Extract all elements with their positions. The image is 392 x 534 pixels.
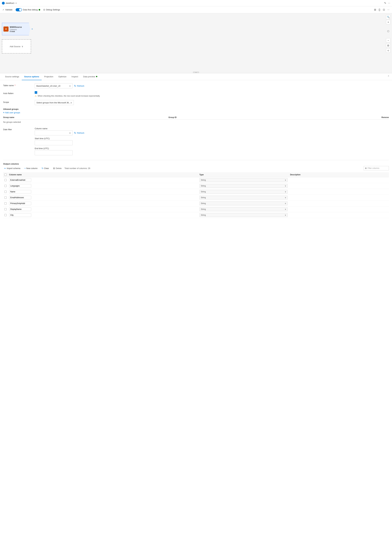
start-time-label: Start time (UTC) [35,137,84,140]
groups-table-header: Group name Group ID Remove [3,115,389,120]
import-schema-icon: ⇤ [5,167,6,170]
code-view-button[interactable]: {} [379,8,380,11]
columns-value: 0 total [10,30,15,32]
column-name-input[interactable] [9,213,31,217]
tab-source-options-label: Source options [24,76,39,78]
col-type-header: Type [198,172,289,177]
edit-button[interactable]: ✎ [384,2,386,5]
row-checkbox[interactable] [5,202,7,204]
debug-settings-label: Debug Settings [46,9,60,11]
scope-label: Scope [3,100,35,103]
toolbar-right: ⊞ {} ⊡ ··· [374,8,389,11]
scope-value: Select groups from the Microsoft 36... [37,101,70,104]
auto-flatten-checkbox[interactable]: ✓ [35,91,37,94]
app-title: dataflow1 [6,2,14,4]
type-chevron-icon: ∨ [285,191,286,193]
column-name-row: Column name ∨ ↻ Refresh [35,127,84,135]
toolbar-more-button[interactable]: ··· [387,8,389,11]
table-row: String ∨ [3,195,389,201]
tab-data-preview[interactable]: Data preview [81,73,100,80]
clear-label: Clear [44,167,49,170]
table-row: String ∨ [3,189,389,195]
debug-settings-button[interactable]: ⊡ Debug Settings [43,9,60,11]
table-view-button[interactable]: ⊡ [383,8,385,11]
tab-projection[interactable]: Projection [42,73,56,80]
type-select[interactable]: String ∨ [200,178,288,182]
date-filter-refresh-button[interactable]: ↻ Refresh [74,132,84,134]
type-chevron-icon: ∨ [285,208,286,210]
date-filter-controls: Column name ∨ ↻ Refresh Start ti [35,127,84,157]
type-select[interactable]: String ∨ [200,202,288,205]
output-columns-toolbar: ⇤ Import schema + New column ↻ Clear 🗑 D… [3,166,389,170]
no-groups-text: No groups selected [3,120,389,124]
select-all-button[interactable]: ⊹ [386,48,390,53]
grid-view-button[interactable]: ⊞ [374,8,376,11]
tab-inspect[interactable]: Inspect [69,73,81,80]
validate-icon: ✓ [3,9,4,11]
filter-columns-input[interactable]: ⊞ Filter columns [364,166,389,170]
row-checkbox[interactable] [5,208,7,210]
zoom-in-button[interactable]: + [386,20,390,24]
add-user-groups-button[interactable]: + Add user groups [3,111,389,114]
new-column-label: New column [26,167,38,170]
tab-source-options[interactable]: Source options [22,73,42,80]
col-desc-header: Description [289,172,389,177]
type-select[interactable]: String ∨ [200,207,288,211]
data-preview-dot [96,76,97,77]
column-name-select[interactable]: ∨ [35,130,73,135]
column-name-input[interactable] [9,178,31,182]
output-columns-title: Output columns [3,163,389,165]
add-source-chevron-icon: ∨ [22,45,23,48]
column-name-input[interactable] [9,196,31,199]
zoom-out-button[interactable]: − [386,38,390,43]
start-time-input[interactable] [35,140,73,145]
select-all-checkbox[interactable] [5,174,7,176]
warning-icon: ⚠ [35,95,37,97]
column-name-input[interactable] [9,202,31,205]
table-name-select[interactable]: BasicDataSet_v0.User_v0 ∨ [35,83,73,88]
row-checkbox[interactable] [5,185,7,187]
type-select[interactable]: String ∨ [200,196,288,199]
clear-button[interactable]: ↻ Clear [40,166,50,170]
tab-optimize[interactable]: Optimize [56,73,69,80]
table-row: String ∨ [3,183,389,189]
filter-icon: ⊞ [365,167,367,169]
column-name-input[interactable] [9,184,31,188]
fit-view-button[interactable]: ⊡ [386,43,390,48]
column-name-input[interactable] [9,208,31,211]
type-select[interactable]: String ∨ [200,184,288,188]
table-name-value: BasicDataSet_v0.User_v0 [37,85,61,87]
collapse-handle[interactable]: — [193,71,199,73]
row-checkbox[interactable] [5,214,7,216]
node-add-button[interactable]: + [31,23,34,35]
type-select[interactable]: String ∨ [200,190,288,194]
add-source-box[interactable]: Add Source ∨ [2,39,31,53]
add-icon: + [3,111,5,114]
new-column-button[interactable]: + New column [23,166,39,170]
column-name-input[interactable] [9,190,31,194]
more-options-button[interactable]: ··· [388,2,390,5]
tab-source-settings[interactable]: Source settings [3,73,22,80]
row-checkbox[interactable] [5,191,7,193]
form-area: Table name * BasicDataSet_v0.User_v0 ∨ ↻… [0,80,392,221]
app-logo: dataflow1 [2,2,17,5]
delete-button[interactable]: 🗑 Delete [52,166,63,170]
debug-toggle[interactable] [16,8,22,11]
validate-button[interactable]: ✓ Validate [3,9,12,11]
type-select[interactable]: String ∨ [200,213,288,217]
row-checkbox[interactable] [5,179,7,181]
node-content: M365Source Columns: 0 total [10,26,29,32]
scope-select[interactable]: Select groups from the Microsoft 36... ∨ [35,100,74,105]
m365-source-node[interactable]: M M365Source Columns: 0 total [2,23,30,35]
search-button[interactable]: 🔍 [386,15,390,19]
toolbar: ✓ Validate Data flow debug ⊡ Debug Setti… [0,6,392,13]
type-chevron-icon: ∨ [285,179,286,181]
start-time-row: Start time (UTC) [35,137,84,145]
end-time-input[interactable] [35,150,73,155]
row-checkbox[interactable] [5,196,7,199]
collapse-panel-button[interactable]: ⌃ [387,75,389,78]
table-refresh-button[interactable]: ↻ Refresh [74,85,84,87]
zoom-slider[interactable] [387,25,389,38]
import-schema-button[interactable]: ⇤ Import schema [3,166,22,170]
add-user-groups-label: Add user groups [5,111,20,114]
